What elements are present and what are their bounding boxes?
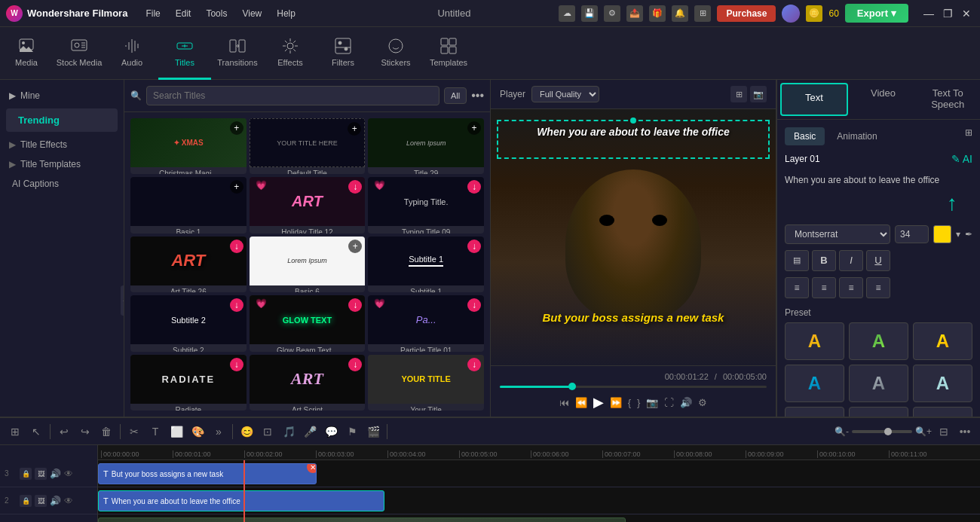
sub-tab-animation[interactable]: Animation xyxy=(828,127,886,145)
tl-text-button[interactable]: T xyxy=(146,423,164,441)
italic-button[interactable]: I xyxy=(839,250,863,271)
sub-tab-basic[interactable]: Basic xyxy=(785,127,825,145)
track-2-lock-icon[interactable]: 🔒 xyxy=(20,495,32,507)
track-1-clip[interactable]: 0e2f6d629792676368ad9713d89cb2ec9 xyxy=(98,517,626,522)
edit-icon[interactable]: ✎ AI xyxy=(951,153,972,165)
tl-undo-button[interactable]: ↩ xyxy=(55,423,73,441)
title-card-holiday12[interactable]: ART 💗 ↓ Holiday Title 12 xyxy=(250,177,366,233)
title-card-basic1[interactable]: + Basic 1 xyxy=(130,177,247,233)
title-card-artscript[interactable]: ART ↓ Art Script xyxy=(250,355,366,411)
tl-more-button[interactable]: » xyxy=(210,423,228,441)
add-icon[interactable]: ↓ xyxy=(230,358,243,371)
title-card-radiate[interactable]: RADIATE ↓ Radiate xyxy=(130,355,247,411)
preset-item-0[interactable]: A xyxy=(785,322,844,360)
bold-button[interactable]: B xyxy=(812,250,836,271)
add-icon[interactable]: + xyxy=(467,121,481,135)
color-dropper-icon[interactable]: ✒ xyxy=(965,229,972,240)
step-back-button[interactable]: ⏪ xyxy=(575,397,587,408)
toolbar-stickers[interactable]: Stickers xyxy=(369,27,422,80)
zoom-out-button[interactable]: 🔍- xyxy=(835,426,849,437)
add-icon[interactable]: ↓ xyxy=(467,180,481,194)
playhead[interactable] xyxy=(243,460,245,522)
bell-icon[interactable]: 🔔 xyxy=(672,5,688,22)
color-swatch[interactable] xyxy=(933,225,951,243)
title-card-christmas[interactable]: ✦ XMAS + Christmas Magi... xyxy=(130,118,247,174)
tl-overflow-button[interactable]: ••• xyxy=(956,423,974,441)
cloud-icon[interactable]: ☁ xyxy=(559,5,575,22)
progress-thumb[interactable] xyxy=(568,383,576,390)
title-card-typing09[interactable]: Typing Title. 💗 ↓ Typing Title 09 xyxy=(368,177,484,233)
more-options-icon[interactable]: ••• xyxy=(471,89,484,102)
menu-view[interactable]: View xyxy=(236,5,268,22)
tl-scene-detect-button[interactable]: ⊡ xyxy=(259,423,277,441)
tl-record-button[interactable]: 🎤 xyxy=(301,423,319,441)
add-icon[interactable]: ↓ xyxy=(230,298,243,312)
sidebar-title-effects[interactable]: ▶ Title Effects xyxy=(0,135,124,154)
tl-cut-button[interactable]: ✂ xyxy=(125,423,143,441)
sidebar-trending[interactable]: Trending xyxy=(6,108,118,132)
preset-item-3[interactable]: A xyxy=(785,365,844,402)
loop-in-button[interactable]: { xyxy=(628,397,631,408)
minimize-button[interactable]: — xyxy=(920,8,937,20)
track-2-thumbnail-icon[interactable]: 🖼 xyxy=(35,495,47,507)
sidebar-title-templates[interactable]: ▶ Title Templates xyxy=(0,154,124,174)
title-card-subtitle2[interactable]: Subtitle 2 ↓ Subtitle 2 xyxy=(130,295,247,351)
tl-marker-button[interactable]: ⚑ xyxy=(343,423,361,441)
tl-color-button[interactable]: 🎨 xyxy=(188,423,207,441)
underline-button[interactable]: U xyxy=(866,250,890,271)
title-card-particle01[interactable]: Pa... 💗 ↓ Particle Title 01 xyxy=(368,295,484,351)
sidebar-mine[interactable]: ▶ Mine xyxy=(0,86,124,105)
track-2-volume-icon[interactable]: 🔊 xyxy=(50,496,61,506)
track-3-thumbnail-icon[interactable]: 🖼 xyxy=(35,468,47,480)
add-icon[interactable]: ↓ xyxy=(467,358,481,371)
title-card-subtitle1[interactable]: Subtitle 1 ↓ Subtitle 1 xyxy=(368,237,484,292)
settings-icon[interactable]: ⚙ xyxy=(604,5,620,22)
align-center-button[interactable]: ≡ xyxy=(812,277,836,298)
volume-button[interactable]: 🔊 xyxy=(680,397,692,408)
track-3-eye-icon[interactable]: 👁 xyxy=(64,469,73,479)
tl-crop-button[interactable]: ⬜ xyxy=(167,423,185,441)
align-justify-button[interactable]: ≡ xyxy=(866,277,890,298)
toolbar-media[interactable]: Media xyxy=(0,27,53,80)
tab-text[interactable]: Text xyxy=(780,83,848,116)
toolbar-effects[interactable]: Effects xyxy=(264,27,317,80)
toolbar-stock-media[interactable]: Stock Media xyxy=(53,27,106,80)
add-icon[interactable]: ↓ xyxy=(467,240,481,253)
add-icon[interactable]: + xyxy=(348,122,361,136)
tl-grid-button[interactable]: ⊟ xyxy=(935,423,953,441)
add-icon[interactable]: ↓ xyxy=(230,240,243,253)
zoom-slider[interactable] xyxy=(852,430,912,433)
share-icon[interactable]: 📤 xyxy=(626,5,643,22)
align-right-button[interactable]: ≡ xyxy=(839,277,863,298)
track-3-volume-icon[interactable]: 🔊 xyxy=(50,469,61,479)
toolbar-transitions[interactable]: Transitions xyxy=(211,27,264,80)
tl-audio-stretch-button[interactable]: 🎵 xyxy=(280,423,298,441)
add-icon[interactable]: + xyxy=(230,180,243,194)
menu-file[interactable]: File xyxy=(139,5,166,22)
gift-icon[interactable]: 🎁 xyxy=(649,5,666,22)
preset-item-7[interactable]: A xyxy=(849,407,908,417)
menu-help[interactable]: Help xyxy=(271,5,302,22)
title-card-art26[interactable]: ART ↓ Art Title 26 xyxy=(130,237,247,292)
add-icon[interactable]: ↓ xyxy=(348,358,362,371)
sidebar-ai-captions[interactable]: AI Captions xyxy=(0,174,124,194)
purchase-button[interactable]: Purchase xyxy=(717,5,776,22)
toolbar-titles[interactable]: Titles xyxy=(158,27,211,80)
quality-select[interactable]: Full Quality xyxy=(531,86,599,102)
tab-text-to-speech[interactable]: Text To Speech xyxy=(915,80,980,119)
close-button[interactable]: ✕ xyxy=(959,8,974,20)
preset-item-8[interactable]: A xyxy=(913,407,972,417)
tl-emoji-button[interactable]: 😊 xyxy=(237,423,256,441)
track-2-eye-icon[interactable]: 👁 xyxy=(64,496,73,506)
menu-tools[interactable]: Tools xyxy=(200,5,233,22)
grid-view-icon[interactable]: ⊞ xyxy=(730,86,747,102)
toolbar-templates[interactable]: Templates xyxy=(422,27,475,80)
font-family-select[interactable]: Montserrat xyxy=(785,224,890,244)
align-left-button[interactable]: ≡ xyxy=(785,277,809,298)
preset-item-6[interactable]: A xyxy=(785,407,844,417)
screenshot-icon[interactable]: 📷 xyxy=(750,86,767,102)
text-preview[interactable]: When you are about to leave the office xyxy=(785,169,972,191)
fullscreen-button[interactable]: ⛶ xyxy=(664,397,674,408)
track-2-clip[interactable]: T When you are about to leave the office xyxy=(98,490,384,511)
delete-badge[interactable]: ✕ xyxy=(307,463,317,473)
